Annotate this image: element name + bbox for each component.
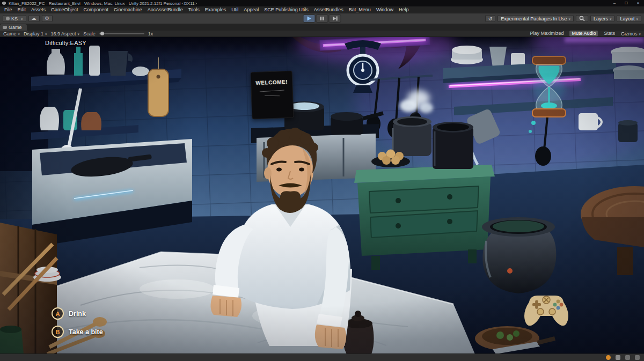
menu-assets[interactable]: Assets [28,6,48,13]
welcome-sign-text: WELCOME! [255,79,288,86]
scale-slider-knob[interactable] [100,32,104,35]
toolbar-right: ↺ Experimental Packages In Use Layers La… [482,15,644,22]
menu-window[interactable]: Window [374,6,396,13]
prompt-take-a-bite[interactable]: B Take a bite [52,326,103,338]
game-view-toolbar-left: Game Display 1 16:9 Aspect Scale 1x [0,31,156,36]
play-button[interactable] [303,14,316,23]
layers-dropdown[interactable]: Layers [590,15,615,22]
window-controls: – □ × [609,0,644,6]
toolbar-left: KS ☁ ⚙ [0,15,55,22]
play-maximized-toggle[interactable]: Play Maximized [528,31,566,36]
layout-dropdown[interactable]: Layout [617,15,641,22]
chevron-down-icon [43,31,47,36]
tab-game-label: Game [9,25,22,30]
menu-edit[interactable]: Edit [15,6,29,13]
avatar-icon [6,17,10,20]
step-button[interactable] [329,14,341,23]
menu-tools[interactable]: Tools [186,6,202,13]
gizmos-dropdown[interactable]: Gizmos [621,31,641,36]
chalk-doodle [260,90,284,92]
game-view-mode-dropdown[interactable]: Game [3,31,20,36]
menu-appeal[interactable]: Appeal [241,6,261,13]
display-dropdown[interactable]: Display 1 [24,31,47,36]
step-icon [332,16,338,21]
menu-aocassetbundle[interactable]: AocAssetBundle [145,6,186,13]
layout-grid-icon[interactable] [635,355,640,360]
menu-assetbundles[interactable]: AssetBundles [311,6,346,13]
maximize-button[interactable]: □ [620,0,632,6]
difficulty-label: Difficulty:EASY [45,40,86,46]
close-button[interactable]: × [632,0,644,6]
minimize-button[interactable]: – [609,0,620,6]
gamepad-b-button-icon: B [52,326,64,338]
status-bar [0,353,644,361]
menu-sce-publishing-utils[interactable]: SCE Publishing Utils [261,6,311,13]
prompt-take-a-bite-label: Take a bite [69,328,103,336]
console-icon[interactable] [616,355,620,360]
controller-icon [518,290,574,332]
account-label: KS [11,16,18,21]
layers-label: Layers [594,16,608,21]
tab-game[interactable]: Game [0,24,27,31]
cloud-button[interactable]: ☁ [28,15,40,22]
activity-indicator-icon[interactable] [606,355,611,360]
chevron-down-icon [608,16,612,21]
pause-button[interactable] [316,14,328,23]
menu-help[interactable]: Help [396,6,412,13]
game-view-toolbar: Game Display 1 16:9 Aspect Scale 1x Play… [0,31,644,37]
chalk-doodle [265,95,280,96]
aspect-label: 16:9 Aspect [51,31,76,36]
game-view-toolbar-right: Play Maximized Mute Audio Stats Gizmos [524,31,644,36]
chevron-down-icon [76,31,80,36]
mute-audio-toggle[interactable]: Mute Audio [569,31,598,36]
view-mode-label: Game [3,31,17,36]
scale-slider[interactable] [99,33,144,34]
cloud-icon: ☁ [32,16,36,21]
services-button[interactable]: ⚙ [42,15,53,22]
unity-editor-window: Kilian_FB2022_PC - Restaurant_Envi - Win… [0,0,644,361]
chevron-down-icon [637,31,641,36]
menu-gameobject[interactable]: GameObject [48,6,81,13]
experimental-packages-label: Experimental Packages In Use [501,16,567,21]
playmode-controls [303,14,341,23]
search-icon [579,16,585,21]
package-manager-icon[interactable] [625,355,630,360]
pause-icon [320,16,325,21]
button-prompts: A Drink B Take a bite [52,307,103,338]
experimental-packages-dropdown[interactable]: Experimental Packages In Use [497,15,574,22]
scale-label: Scale [83,31,96,36]
display-label: Display 1 [24,31,43,36]
chevron-down-icon [634,16,638,21]
menu-file[interactable]: File [2,6,15,13]
layout-label: Layout [620,16,634,21]
gizmos-label: Gizmos [621,31,638,36]
prompt-drink-label: Drink [69,310,86,318]
menu-cinemachine[interactable]: Cinemachine [111,6,145,13]
menu-bar: File Edit Assets GameObject Component Ci… [0,6,644,13]
unity-logo-icon [2,2,6,5]
tab-strip: Game [0,24,644,31]
undo-history-button[interactable]: ↺ [485,15,496,22]
gear-icon: ⚙ [45,16,49,21]
aspect-dropdown[interactable]: 16:9 Aspect [51,31,80,36]
search-button[interactable] [576,15,588,22]
welcome-sign: WELCOME! [250,71,294,120]
account-button[interactable]: KS [3,15,26,22]
chevron-down-icon [17,31,20,36]
scale-value: 1x [148,31,153,36]
menu-util[interactable]: Util [229,6,241,13]
window-title: Kilian_FB2022_PC - Restaurant_Envi - Win… [9,1,197,6]
game-viewport[interactable]: Difficulty:EASY WELCOME! A Drink B Take … [0,37,644,353]
menu-examples[interactable]: Examples [202,6,229,13]
status-bar-icons [601,355,644,360]
stats-toggle[interactable]: Stats [602,31,617,36]
menu-component[interactable]: Component [81,6,112,13]
chevron-down-icon [19,16,23,21]
play-icon [307,16,312,21]
main-toolbar: KS ☁ ⚙ ↺ Experimental Packages In Use [0,13,644,24]
game-view-icon [3,26,7,29]
window-titlebar: Kilian_FB2022_PC - Restaurant_Envi - Win… [0,0,644,6]
gamepad-a-button-icon: A [52,307,64,320]
prompt-drink[interactable]: A Drink [52,307,103,320]
menu-bat-menu[interactable]: Bat_Menu [346,6,374,13]
